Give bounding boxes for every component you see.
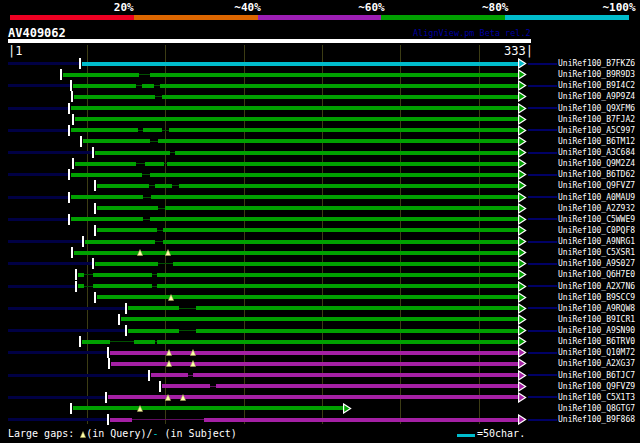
alignment-bar-segment[interactable] — [83, 139, 150, 143]
alignment-bar-segment[interactable] — [71, 128, 138, 132]
alignment-bar-segment[interactable] — [75, 117, 519, 121]
alignment-bar-segment[interactable] — [150, 217, 519, 221]
alignment-bar-segment[interactable] — [167, 162, 519, 166]
alignment-bar-segment[interactable] — [134, 340, 155, 344]
alignment-bar-segment[interactable] — [165, 206, 519, 210]
alignment-bar-segment[interactable] — [85, 240, 155, 244]
subject-label[interactable]: UniRef100_Q6H7E0 — [558, 270, 635, 279]
alignment-bar-segment[interactable] — [150, 173, 519, 177]
subject-label[interactable]: UniRef100_A9SN90 — [558, 326, 635, 335]
alignment-bar-segment[interactable] — [95, 151, 170, 155]
alignment-bar-segment[interactable] — [93, 273, 152, 277]
alignment-bar-segment[interactable] — [111, 362, 519, 366]
alignment-bar-segment[interactable] — [151, 373, 188, 377]
query-gap-triangle-icon — [165, 249, 171, 256]
alignment-bar-segment[interactable] — [145, 162, 164, 166]
subject-label[interactable]: UniRef100_Q10M72 — [558, 348, 635, 357]
subject-label[interactable]: UniRef100_C5X1T3 — [558, 393, 635, 402]
subject-label[interactable]: UniRef100_A2X7N6 — [558, 282, 635, 291]
subject-label[interactable]: UniRef100_C5XSR1 — [558, 248, 635, 257]
subject-label[interactable]: UniRef100_Q9XFM6 — [558, 104, 635, 113]
subject-label[interactable]: UniRef100_A0MAU9 — [558, 193, 635, 202]
subject-label[interactable]: UniRef100_B9F868 — [558, 415, 635, 424]
alignment-bar-segment[interactable] — [97, 228, 157, 232]
subject-label[interactable]: UniRef100_A9NRG1 — [558, 237, 635, 246]
alignment-bar-segment[interactable] — [71, 106, 519, 110]
alignment-bar-segment[interactable] — [216, 384, 519, 388]
alignment-bar-segment[interactable] — [71, 217, 143, 221]
subject-label[interactable]: UniRef100_A2XG37 — [558, 359, 635, 368]
alignment-bar-segment[interactable] — [162, 384, 210, 388]
alignment-bar-segment[interactable] — [169, 128, 519, 132]
alignment-bar-segment[interactable] — [163, 228, 519, 232]
query-gap-triangle-icon — [190, 360, 196, 367]
alignment-start-tick — [60, 69, 62, 80]
alignment-bar-segment[interactable] — [128, 306, 179, 310]
subject-label[interactable]: UniRef100_Q9M2Z4 — [558, 159, 635, 168]
subject-label[interactable]: UniRef100_B6TD62 — [558, 170, 635, 179]
alignment-bar-segment[interactable] — [155, 184, 172, 188]
alignment-bar-segment[interactable] — [196, 306, 519, 310]
alignment-gap-line — [110, 341, 134, 342]
subject-label[interactable]: UniRef100_B7FKZ6 — [558, 59, 635, 68]
alignment-bar-segment[interactable] — [97, 295, 519, 299]
alignment-bar-segment[interactable] — [95, 262, 158, 266]
alignment-arrow-icon — [518, 381, 527, 392]
alignment-bar-segment[interactable] — [163, 240, 519, 244]
alignment-bar-segment[interactable] — [93, 284, 152, 288]
alignment-bar-segment[interactable] — [128, 329, 179, 333]
alignment-bar-segment[interactable] — [82, 62, 519, 66]
subject-label[interactable]: UniRef100_B9ICR1 — [558, 315, 635, 324]
alignment-bar-segment[interactable] — [175, 151, 519, 155]
alignment-bar-segment[interactable] — [74, 95, 155, 99]
alignment-bar-segment[interactable] — [71, 173, 142, 177]
gap-legend-mid: (in Query)/ — [86, 428, 152, 439]
alignment-bar-segment[interactable] — [143, 128, 162, 132]
subject-label[interactable]: UniRef100_B9R9D3 — [558, 70, 635, 79]
alignment-bar-segment[interactable] — [157, 284, 519, 288]
alignment-bar-segment[interactable] — [63, 73, 139, 77]
alignment-bar-segment[interactable] — [196, 329, 519, 333]
alignment-bar-segment[interactable] — [110, 418, 132, 422]
alignment-bar-segment[interactable] — [162, 95, 519, 99]
subject-label[interactable]: UniRef100_A9RQW8 — [558, 304, 635, 313]
alignment-bar-segment[interactable] — [73, 84, 136, 88]
alignment-bar-segment[interactable] — [173, 262, 519, 266]
alignment-bar-segment[interactable] — [75, 162, 136, 166]
alignment-bar-segment[interactable] — [121, 317, 519, 321]
alignment-bar-segment[interactable] — [142, 84, 154, 88]
subject-label[interactable]: UniRef100_Q8GTG7 — [558, 404, 635, 413]
alignment-bar-segment[interactable] — [158, 139, 519, 143]
subject-label[interactable]: UniRef100_B9I4C2 — [558, 81, 635, 90]
subject-label[interactable]: UniRef100_C5WWE9 — [558, 215, 635, 224]
alignment-bar-segment[interactable] — [71, 195, 143, 199]
subject-label[interactable]: UniRef100_B6TJC7 — [558, 371, 635, 380]
subject-label[interactable]: UniRef100_A2Z932 — [558, 204, 635, 213]
subject-label[interactable]: UniRef100_C0PQF8 — [558, 226, 635, 235]
alignment-bar-segment[interactable] — [150, 73, 519, 77]
subject-label[interactable]: UniRef100_A9S027 — [558, 259, 635, 268]
alignment-bar-segment[interactable] — [151, 195, 519, 199]
subject-label[interactable]: UniRef100_A5C997 — [558, 126, 635, 135]
alignment-bar-segment[interactable] — [160, 84, 519, 88]
alignment-bar-segment[interactable] — [157, 340, 519, 344]
alignment-bar-segment[interactable] — [97, 206, 158, 210]
subject-label[interactable]: UniRef100_B6TM12 — [558, 137, 635, 146]
subject-label[interactable]: UniRef100_B9SCC9 — [558, 293, 635, 302]
alignment-bar-segment[interactable] — [179, 184, 519, 188]
subject-label[interactable]: UniRef100_A9P9Z4 — [558, 92, 635, 101]
subject-label[interactable]: UniRef100_B7FJA2 — [558, 115, 635, 124]
alignment-bar-segment[interactable] — [97, 184, 149, 188]
alignment-bar-segment[interactable] — [82, 340, 110, 344]
subject-label[interactable]: UniRef100_A3C684 — [558, 148, 635, 157]
alignment-bar-segment[interactable] — [157, 273, 519, 277]
alignment-bar-segment[interactable] — [73, 406, 344, 410]
subject-label[interactable]: UniRef100_Q9FVZ9 — [558, 382, 635, 391]
alignment-bar-segment[interactable] — [193, 373, 519, 377]
subject-lead-line — [8, 418, 109, 421]
subject-label[interactable]: UniRef100_B6TRV0 — [558, 337, 635, 346]
scale-segment-100 — [505, 15, 629, 20]
alignment-bar-segment[interactable] — [204, 418, 519, 422]
alignment-arrow-icon — [518, 114, 527, 125]
subject-label[interactable]: UniRef100_Q9FVZ7 — [558, 181, 635, 190]
